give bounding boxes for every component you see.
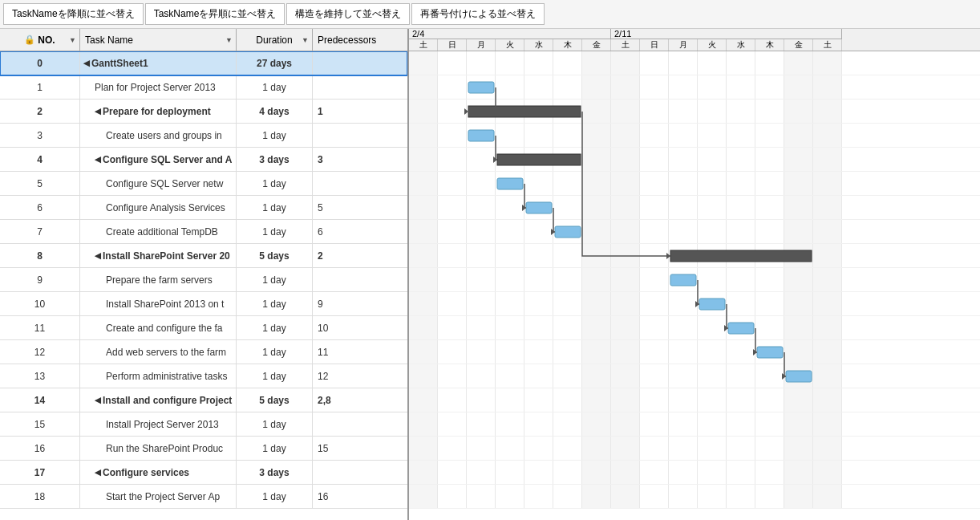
table-row[interactable]: 17◀ Configure services3 days [0,461,407,485]
toolbar: TaskNameを降順に並べ替えTaskNameを昇順に並べ替え構造を維持して並… [0,0,980,29]
grid-panel: 🔒 NO. ▼ Task Name ▼ Duration ▼ Predecess… [0,29,409,520]
cell-taskname: ◀ Install and configure Project [80,388,237,412]
gantt-body [409,51,980,520]
cell-no: 12 [0,340,80,364]
collapse-arrow-icon[interactable]: ◀ [95,107,101,116]
cell-duration: 1 day [237,268,313,291]
task-name-text: Install SharePoint Server 20 [103,250,230,262]
cell-taskname: Add web servers to the farm [80,340,237,364]
gantt-day-cell: 木 [755,39,784,51]
table-row[interactable]: 0◀ GanttSheet127 days [0,51,407,75]
cell-taskname: Plan for Project Server 2013 [80,75,237,99]
grid-header: 🔒 NO. ▼ Task Name ▼ Duration ▼ Predecess… [0,29,407,51]
gantt-bars-svg [409,51,842,509]
task-name-text: Create users and groups in [106,130,222,141]
cell-predecessors [313,268,405,291]
cell-predecessors [313,75,405,99]
cell-duration: 1 day [237,220,313,243]
gantt-day-cell: 木 [553,39,582,51]
gantt-week-band: 2/11 [611,29,842,39]
table-row[interactable]: 1Plan for Project Server 20131 day [0,75,407,100]
task-name-text: Prepare for deployment [103,106,211,117]
cell-predecessors: 12 [313,364,405,388]
cell-taskname: Install SharePoint 2013 on t [80,292,237,315]
gantt-bar [497,178,523,189]
toolbar-btn-3[interactable]: 再番号付けによる並べ替え [411,3,545,25]
toolbar-btn-0[interactable]: TaskNameを降順に並べ替え [3,3,144,25]
col-predecessors-header: Predecessors ▼ [313,29,405,51]
filter-arrow-duration: ▼ [302,36,309,44]
cell-taskname: Perform administrative tasks [80,364,237,388]
cell-no: 18 [0,485,80,508]
table-row[interactable]: 15Install Project Server 20131 day [0,412,407,437]
cell-duration: 1 day [237,196,313,219]
cell-duration: 1 day [237,437,313,460]
sort-arrow-no: ▼ [69,36,76,44]
lock-icon: 🔒 [24,35,35,45]
cell-predecessors: 10 [313,316,405,339]
cell-taskname: Configure Analysis Services [80,196,237,219]
gantt-summary-bar [497,154,581,165]
table-row[interactable]: 11Create and configure the fa1 day10 [0,316,407,340]
task-name-text: Create and configure the fa [106,323,222,334]
col-duration-header: Duration ▼ [237,29,313,51]
cell-no: 14 [0,388,80,412]
cell-no: 15 [0,412,80,436]
table-row[interactable]: 8◀ Install SharePoint Server 205 days2 [0,244,407,268]
table-row[interactable]: 2◀ Prepare for deployment4 days1 [0,100,407,124]
cell-predecessors: 5 [313,196,405,219]
gantt-bar [699,299,725,310]
cell-predecessors: 6 [313,220,405,243]
cell-no: 10 [0,292,80,315]
cell-duration: 1 day [237,172,313,195]
table-row[interactable]: 3Create users and groups in1 day [0,124,407,148]
task-name-text: GanttSheet1 [91,58,148,69]
gantt-bar [786,371,812,382]
gantt-bar [757,347,783,358]
table-row[interactable]: 18Start the Project Server Ap1 day16 [0,485,407,509]
cell-predecessors: 2 [313,244,405,267]
cell-no: 6 [0,196,80,219]
cell-predecessors [313,124,405,147]
gantt-day-cell: 水 [524,39,553,51]
table-row[interactable]: 5Configure SQL Server netw1 day [0,172,407,196]
cell-duration: 1 day [237,364,313,388]
table-row[interactable]: 4◀ Configure SQL Server and A3 days3 [0,148,407,172]
cell-duration: 5 days [237,244,313,267]
cell-predecessors [313,461,405,484]
collapse-arrow-icon[interactable]: ◀ [95,155,101,164]
collapse-arrow-icon[interactable]: ◀ [95,396,101,404]
task-name-text: Run the SharePoint Produc [106,443,223,454]
table-row[interactable]: 10Install SharePoint 2013 on t1 day9 [0,292,407,316]
cell-no: 0 [0,51,80,75]
toolbar-btn-2[interactable]: 構造を維持して並べ替え [286,3,410,25]
gantt-bar [468,130,494,141]
gantt-day-cell: 金 [582,39,611,51]
table-row[interactable]: 9Prepare the farm servers1 day [0,268,407,292]
table-row[interactable]: 16Run the SharePoint Produc1 day15 [0,437,407,461]
cell-predecessors: 11 [313,340,405,364]
task-name-text: Install SharePoint 2013 on t [106,299,224,310]
gantt-day-cell: 金 [784,39,813,51]
table-row[interactable]: 14◀ Install and configure Project5 days2… [0,388,407,412]
table-row[interactable]: 12Add web servers to the farm1 day11 [0,340,407,364]
cell-duration: 4 days [237,100,313,123]
gantt-day-cell: 日 [640,39,669,51]
collapse-arrow-icon[interactable]: ◀ [95,468,101,477]
cell-no: 11 [0,316,80,339]
table-row[interactable]: 13Perform administrative tasks1 day12 [0,364,407,388]
cell-no: 9 [0,268,80,291]
task-name-text: Install and configure Project [103,395,232,406]
gantt-day-cell: 土 [409,39,438,51]
toolbar-btn-1[interactable]: TaskNameを昇順に並べ替え [145,3,285,25]
gantt-day-cell: 土 [813,39,842,51]
table-row[interactable]: 7Create additional TempDB1 day6 [0,220,407,244]
gantt-bar [670,274,696,286]
collapse-arrow-icon[interactable]: ◀ [83,59,90,67]
gantt-bar [468,82,494,93]
task-name-text: Configure SQL Server and A [103,154,232,165]
collapse-arrow-icon[interactable]: ◀ [95,251,101,260]
cell-duration: 1 day [237,124,313,147]
table-row[interactable]: 6Configure Analysis Services1 day5 [0,196,407,220]
task-name-text: Configure SQL Server netw [106,178,223,189]
